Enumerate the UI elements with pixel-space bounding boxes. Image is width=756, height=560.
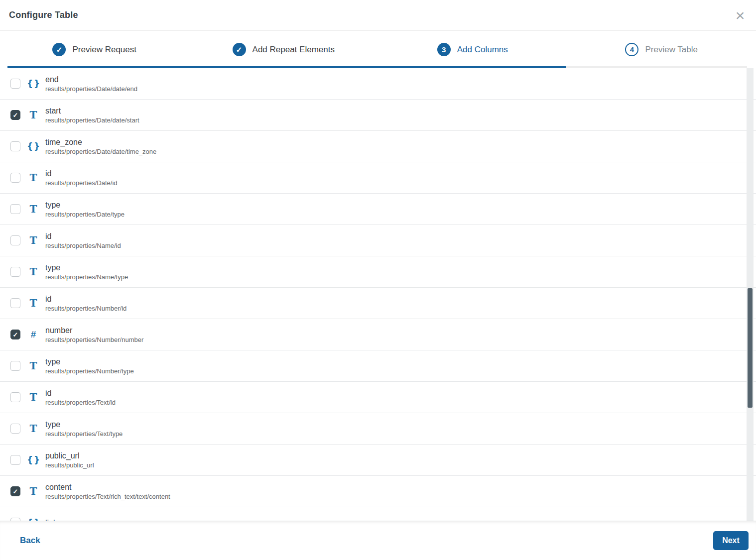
field-path: results/properties/Date/date/time_zone <box>45 147 156 156</box>
scrollbar-track[interactable] <box>747 68 754 521</box>
field-name: number <box>45 325 143 336</box>
field-name: id <box>45 294 126 304</box>
configure-table-dialog: Configure Table × ✓ Preview Request ✓ Ad… <box>0 0 756 560</box>
field-row-10-id[interactable]: T id results/properties/Text/id <box>0 382 756 413</box>
field-text: link <box>45 518 57 521</box>
field-name: start <box>45 106 139 116</box>
field-name: type <box>45 419 123 430</box>
dialog-footer: Back Next <box>0 521 756 560</box>
field-text: id results/properties/Text/id <box>45 388 116 407</box>
object-type-icon: {} <box>27 518 40 521</box>
object-type-icon: {} <box>27 455 40 465</box>
field-row-9-type[interactable]: T type results/properties/Number/type <box>0 350 756 382</box>
field-text: end results/properties/Date/date/end <box>45 74 137 93</box>
field-text: id results/properties/Number/id <box>45 294 126 313</box>
text-type-icon: T <box>27 485 40 497</box>
stepper-wrap: ✓ Preview Request ✓ Add Repeat Elements … <box>0 31 756 68</box>
field-checkbox[interactable] <box>10 361 20 371</box>
object-type-icon: {} <box>27 141 40 151</box>
field-checkbox[interactable] <box>10 267 20 277</box>
field-path: results/properties/Text/id <box>45 398 116 407</box>
field-checkbox[interactable] <box>10 455 20 465</box>
back-button[interactable]: Back <box>20 536 40 546</box>
close-icon: × <box>736 8 745 23</box>
field-checkbox[interactable] <box>10 173 20 183</box>
field-text: type results/properties/Number/type <box>45 356 134 375</box>
step-check-icon: ✓ <box>233 43 246 56</box>
field-text: type results/properties/Date/type <box>45 200 125 219</box>
dialog-title: Configure Table <box>9 10 78 20</box>
text-type-icon: T <box>27 266 40 278</box>
field-path: results/properties/Date/type <box>45 210 125 219</box>
field-name: end <box>45 74 137 85</box>
text-type-icon: T <box>27 172 40 184</box>
stepper: ✓ Preview Request ✓ Add Repeat Elements … <box>0 31 756 68</box>
field-path: results/properties/Text/rich_text/text/c… <box>45 492 170 501</box>
field-row-0-end[interactable]: {} end results/properties/Date/date/end <box>0 68 756 100</box>
field-row-12-public_url[interactable]: {} public_url results/public_url <box>0 445 756 476</box>
field-checkbox[interactable]: ✓ <box>10 330 20 339</box>
scrollbar-thumb[interactable] <box>748 288 753 408</box>
field-row-7-id[interactable]: T id results/properties/Number/id <box>0 288 756 319</box>
field-row-5-id[interactable]: T id results/properties/Name/id <box>0 225 756 256</box>
field-path: results/properties/Number/number <box>45 336 143 344</box>
field-row-3-id[interactable]: T id results/properties/Date/id <box>0 162 756 194</box>
field-path: results/properties/Text/type <box>45 430 123 438</box>
text-type-icon: T <box>27 234 40 246</box>
step-label: Preview Table <box>645 45 698 55</box>
field-text: content results/properties/Text/rich_tex… <box>45 482 170 501</box>
field-row-11-type[interactable]: T type results/properties/Text/type <box>0 413 756 445</box>
field-path: results/properties/Name/type <box>45 273 128 281</box>
field-text: public_url results/public_url <box>45 450 94 469</box>
field-row-6-type[interactable]: T type results/properties/Name/type <box>0 256 756 288</box>
field-checkbox[interactable] <box>10 518 20 521</box>
field-text: id results/properties/Name/id <box>45 231 121 250</box>
field-text: id results/properties/Date/id <box>45 168 118 187</box>
dialog-header: Configure Table × <box>0 0 756 31</box>
field-checkbox[interactable] <box>10 204 20 214</box>
field-path: results/properties/Number/id <box>45 304 126 313</box>
step-add-repeat-elements[interactable]: ✓ Add Repeat Elements <box>189 31 378 68</box>
step-label: Add Columns <box>457 45 508 55</box>
field-text: type results/properties/Name/type <box>45 262 128 281</box>
close-button[interactable]: × <box>731 6 749 24</box>
field-path: results/properties/Number/type <box>45 367 134 375</box>
field-name: id <box>45 168 118 179</box>
field-row-4-type[interactable]: T type results/properties/Date/type <box>0 194 756 225</box>
field-text: time_zone results/properties/Date/date/t… <box>45 137 156 156</box>
field-path: results/properties/Date/id <box>45 179 118 187</box>
field-checkbox[interactable] <box>10 141 20 151</box>
step-number-badge: 3 <box>437 43 451 56</box>
field-name: type <box>45 262 128 273</box>
field-name: type <box>45 200 125 210</box>
field-row-1-start[interactable]: ✓ T start results/properties/Date/date/s… <box>0 100 756 131</box>
step-preview-request[interactable]: ✓ Preview Request <box>0 31 189 68</box>
step-label: Add Repeat Elements <box>252 45 335 55</box>
text-type-icon: T <box>27 203 40 215</box>
field-name: public_url <box>45 450 94 461</box>
field-checkbox[interactable]: ✓ <box>10 486 20 496</box>
field-text: type results/properties/Text/type <box>45 419 123 438</box>
field-checkbox[interactable] <box>10 235 20 245</box>
number-type-icon: # <box>27 329 40 340</box>
text-type-icon: T <box>27 423 40 435</box>
object-type-icon: {} <box>27 79 40 89</box>
field-checkbox[interactable]: ✓ <box>10 110 20 120</box>
step-preview-table[interactable]: 4 Preview Table <box>567 31 756 68</box>
field-path: results/public_url <box>45 461 94 469</box>
field-checkbox[interactable] <box>10 424 20 434</box>
field-row-13-content[interactable]: ✓ T content results/properties/Text/rich… <box>0 476 756 507</box>
step-number-badge: 4 <box>625 43 638 56</box>
field-list: {} end results/properties/Date/date/end … <box>0 68 756 521</box>
field-checkbox[interactable] <box>10 298 20 308</box>
field-name: id <box>45 388 116 398</box>
field-checkbox[interactable] <box>10 392 20 402</box>
field-name: content <box>45 482 170 492</box>
field-row-14-link[interactable]: {} link <box>0 507 756 521</box>
field-row-8-number[interactable]: ✓ # number results/properties/Number/num… <box>0 319 756 350</box>
field-row-2-time_zone[interactable]: {} time_zone results/properties/Date/dat… <box>0 131 756 162</box>
text-type-icon: T <box>27 360 40 372</box>
field-checkbox[interactable] <box>10 79 20 89</box>
next-button[interactable]: Next <box>713 531 749 550</box>
step-add-columns[interactable]: 3 Add Columns <box>378 31 567 68</box>
